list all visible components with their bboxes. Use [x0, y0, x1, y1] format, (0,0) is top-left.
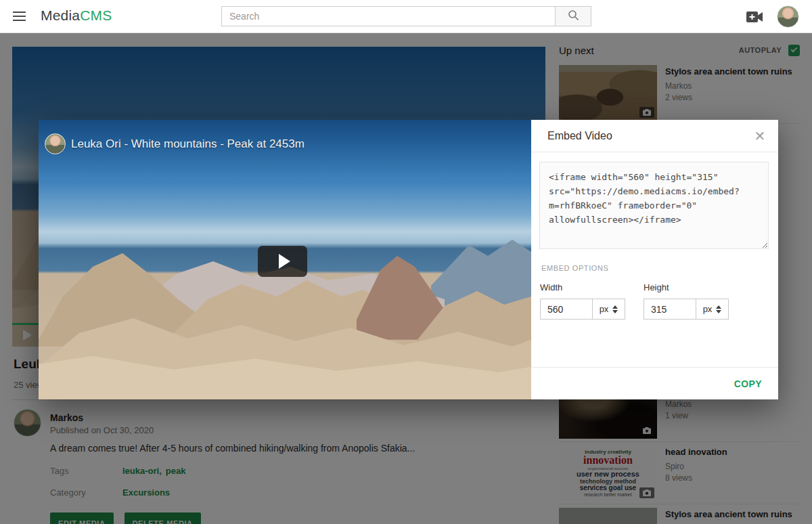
width-unit-select[interactable]: px: [593, 299, 625, 320]
width-unit-value: px: [600, 304, 609, 314]
modal-body: <iframe width="560" height="315" src="ht…: [531, 152, 778, 367]
copy-button[interactable]: COPY: [734, 378, 762, 389]
search-button[interactable]: [555, 6, 591, 26]
preview-author-avatar: [45, 133, 66, 154]
top-bar: MediaCMS: [0, 0, 812, 33]
embed-preview-player[interactable]: Leuka Ori - White mountains - Peak at 24…: [39, 120, 531, 399]
stepper-arrows-icon: [716, 305, 721, 313]
brand-logo[interactable]: MediaCMS: [41, 7, 112, 24]
height-label: Height: [644, 282, 729, 292]
close-icon[interactable]: ✕: [751, 127, 769, 145]
dimension-controls: Width px Height: [540, 282, 769, 320]
app-window: MediaCMS: [0, 0, 812, 524]
search-input[interactable]: [221, 6, 555, 26]
width-label: Width: [540, 282, 625, 292]
embed-video-modal: Leuka Ori - White mountains - Peak at 24…: [39, 120, 778, 399]
embed-options-label: EMBED OPTIONS: [541, 264, 769, 272]
play-triangle-icon: [279, 254, 290, 269]
magnifier-icon: [568, 9, 579, 24]
modal-footer: COPY: [531, 367, 778, 399]
width-group: Width px: [540, 282, 625, 320]
big-play-button[interactable]: [258, 246, 307, 277]
embed-code-textarea[interactable]: <iframe width="560" height="315" src="ht…: [539, 162, 769, 249]
user-avatar[interactable]: [777, 5, 799, 28]
embed-panel: Embed Video ✕ <iframe width="560" height…: [531, 120, 778, 399]
height-unit-select[interactable]: px: [696, 299, 729, 320]
preview-video-title: Leuka Ori - White mountains - Peak at 24…: [71, 137, 304, 151]
search-bar: [221, 6, 591, 26]
height-unit-value: px: [703, 304, 713, 314]
modal-header: Embed Video: [531, 120, 778, 152]
menu-icon[interactable]: [13, 12, 26, 21]
stepper-arrows-icon: [612, 305, 618, 313]
height-input[interactable]: [644, 299, 696, 320]
brand-media: Media: [41, 7, 80, 23]
height-group: Height px: [644, 282, 729, 320]
width-input[interactable]: [540, 299, 593, 320]
modal-title: Embed Video: [547, 130, 612, 142]
video-add-icon[interactable]: [746, 12, 763, 22]
brand-cms: CMS: [80, 7, 112, 23]
